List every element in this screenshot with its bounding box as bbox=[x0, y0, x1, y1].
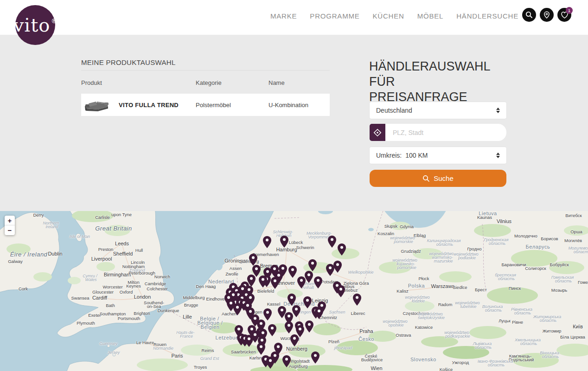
map-pin[interactable] bbox=[233, 303, 242, 316]
dealer-locator-button[interactable] bbox=[540, 8, 554, 22]
product-row[interactable]: VITO FULLA TREND Polstermöbel U-Kombinat… bbox=[81, 94, 330, 116]
select-arrows-icon bbox=[496, 153, 500, 158]
geolocate-button[interactable] bbox=[370, 124, 385, 141]
map-zoom-out-button[interactable]: − bbox=[5, 225, 15, 235]
location-pin-icon bbox=[543, 11, 551, 19]
map-pin[interactable] bbox=[258, 275, 268, 288]
header-icons: 1 bbox=[522, 8, 571, 22]
radius-select[interactable]: Umkreis: 100 KM bbox=[370, 147, 506, 164]
column-header-name: Name bbox=[268, 79, 285, 86]
map-pin[interactable] bbox=[311, 351, 320, 364]
nav-item-hndlersuche[interactable]: HÄNDLERSUCHE bbox=[456, 12, 518, 20]
map-pin[interactable] bbox=[282, 355, 291, 368]
map-pin[interactable] bbox=[244, 334, 254, 347]
logo-text: vito bbox=[13, 14, 51, 36]
map-pin[interactable] bbox=[305, 320, 314, 333]
country-select[interactable]: Deutschland bbox=[370, 102, 506, 119]
map-pin[interactable] bbox=[270, 276, 280, 289]
column-header-produkt: Produkt bbox=[81, 79, 102, 86]
map-pin[interactable] bbox=[262, 236, 272, 249]
logo-registered-mark: ® bbox=[51, 18, 57, 25]
dealer-map[interactable]: upon TyneCarlisleGreat BritainNorthernIr… bbox=[0, 211, 588, 371]
map-pin[interactable] bbox=[313, 276, 323, 289]
search-button-label: Suche bbox=[434, 174, 454, 182]
map-pin[interactable] bbox=[314, 307, 324, 320]
map-pin[interactable] bbox=[336, 285, 345, 298]
map-pin[interactable] bbox=[287, 293, 296, 306]
search-icon bbox=[422, 175, 430, 182]
product-selection-title: MEINE PRODUKTAUSWAHL bbox=[81, 58, 176, 66]
vito-logo[interactable]: vito® bbox=[15, 5, 55, 45]
product-name: VITO FULLA TREND bbox=[119, 102, 179, 109]
plz-input-group bbox=[370, 124, 506, 141]
map-pins-layer bbox=[0, 211, 588, 371]
search-button[interactable] bbox=[522, 8, 536, 22]
map-pin[interactable] bbox=[297, 276, 306, 289]
map-pin[interactable] bbox=[268, 324, 277, 337]
map-pin[interactable] bbox=[326, 263, 335, 276]
nav-item-mbel[interactable]: MÖBEL bbox=[417, 12, 444, 20]
map-pin[interactable] bbox=[327, 235, 337, 248]
map-pin[interactable] bbox=[256, 342, 266, 355]
divider bbox=[81, 70, 330, 70]
map-pin[interactable] bbox=[303, 296, 312, 309]
column-header-kategorie: Kategorie bbox=[196, 79, 222, 86]
search-icon bbox=[525, 11, 533, 19]
radius-value: 100 KM bbox=[405, 152, 428, 159]
map-zoom-in-button[interactable]: + bbox=[5, 216, 15, 225]
map-pin[interactable] bbox=[352, 293, 362, 306]
nav-item-marke[interactable]: MARKE bbox=[270, 12, 297, 20]
map-zoom-control: + − bbox=[5, 216, 15, 235]
map-pin[interactable] bbox=[280, 235, 289, 248]
plz-city-input[interactable] bbox=[385, 124, 506, 141]
map-pin[interactable] bbox=[288, 265, 297, 278]
favorites-count-badge: 1 bbox=[566, 7, 573, 14]
product-thumbnail-sofa bbox=[84, 96, 113, 114]
search-submit-button[interactable]: Suche bbox=[370, 170, 506, 187]
country-select-value: Deutschland bbox=[376, 107, 412, 114]
crosshair-icon bbox=[373, 128, 382, 137]
product-variant-name: U-Kombination bbox=[268, 102, 308, 109]
map-pin[interactable] bbox=[266, 356, 275, 369]
radius-label: Umkreis: bbox=[376, 152, 402, 159]
nav-item-kchen[interactable]: KÜCHEN bbox=[373, 12, 404, 20]
select-arrows-icon bbox=[496, 108, 500, 113]
main-nav: MARKEPROGRAMMEKÜCHENMÖBELHÄNDLERSUCHE bbox=[270, 0, 518, 32]
map-pin[interactable] bbox=[284, 321, 294, 334]
map-pin[interactable] bbox=[337, 243, 346, 256]
dealer-search-title: HÄNDLERAUSWAHL FÜR PREISANFRAGE bbox=[369, 59, 508, 105]
nav-item-programme[interactable]: PROGRAMME bbox=[310, 12, 359, 20]
product-category: Polstermöbel bbox=[196, 102, 231, 109]
map-pin[interactable] bbox=[290, 334, 299, 347]
dealer-search-title-line1: HÄNDLERAUSWAHL FÜR bbox=[369, 59, 508, 90]
map-pin[interactable] bbox=[308, 259, 317, 272]
favorites-button[interactable]: 1 bbox=[557, 8, 571, 22]
